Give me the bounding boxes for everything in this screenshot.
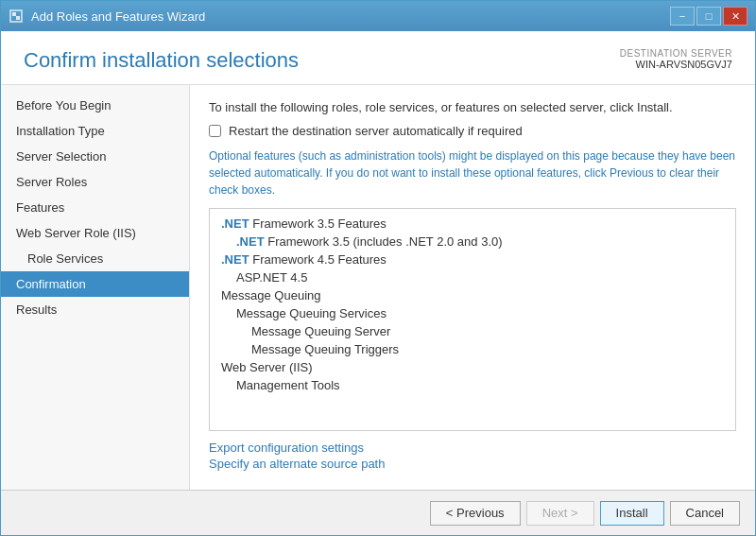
content-area: Confirm installation selections DESTINAT… bbox=[1, 31, 755, 490]
sidebar-item-before-you-begin[interactable]: Before You Begin bbox=[1, 93, 189, 118]
sidebar-item-server-selection[interactable]: Server Selection bbox=[1, 144, 189, 169]
right-panel: To install the following roles, role ser… bbox=[190, 85, 755, 490]
main-body: Before You BeginInstallation TypeServer … bbox=[1, 85, 755, 490]
export-config-link[interactable]: Export configuration settings bbox=[209, 441, 736, 455]
restore-button[interactable]: □ bbox=[696, 7, 721, 26]
svg-rect-1 bbox=[12, 12, 16, 16]
restart-checkbox[interactable] bbox=[209, 125, 221, 137]
instruction-text: To install the following roles, role ser… bbox=[209, 100, 736, 114]
feature-item: .NET Framework 3.5 Features bbox=[217, 215, 728, 233]
feature-item: Management Tools bbox=[217, 376, 728, 394]
window-title: Add Roles and Features Wizard bbox=[31, 9, 205, 24]
feature-item: Message Queuing Triggers bbox=[217, 340, 728, 358]
sidebar-item-web-server-role[interactable]: Web Server Role (IIS) bbox=[1, 220, 189, 246]
restart-checkbox-row: Restart the destination server automatic… bbox=[209, 124, 736, 138]
sidebar-item-results[interactable]: Results bbox=[1, 297, 189, 322]
app-icon bbox=[9, 9, 23, 23]
wizard-icon bbox=[9, 9, 24, 24]
title-bar: Add Roles and Features Wizard − □ ✕ bbox=[1, 1, 755, 31]
sidebar-item-installation-type[interactable]: Installation Type bbox=[1, 118, 189, 144]
footer: < Previous Next > Install Cancel bbox=[1, 490, 755, 535]
close-button[interactable]: ✕ bbox=[723, 7, 747, 26]
title-bar-buttons: − □ ✕ bbox=[670, 7, 747, 26]
minimize-button[interactable]: − bbox=[670, 7, 695, 26]
sidebar-item-server-roles[interactable]: Server Roles bbox=[1, 169, 189, 195]
page-title: Confirm installation selections bbox=[24, 48, 299, 73]
install-button[interactable]: Install bbox=[600, 501, 664, 526]
sidebar: Before You BeginInstallation TypeServer … bbox=[1, 85, 190, 490]
main-window: Add Roles and Features Wizard − □ ✕ Conf… bbox=[0, 0, 756, 536]
sidebar-item-role-services[interactable]: Role Services bbox=[1, 246, 189, 271]
cancel-button[interactable]: Cancel bbox=[670, 501, 740, 526]
optional-text: Optional features (such as administratio… bbox=[209, 147, 736, 199]
feature-item: Message Queuing Services bbox=[217, 304, 728, 322]
feature-item: .NET Framework 4.5 Features bbox=[217, 251, 728, 268]
sidebar-item-features[interactable]: Features bbox=[1, 195, 189, 220]
header-section: Confirm installation selections DESTINAT… bbox=[1, 31, 755, 85]
feature-item: Web Server (IIS) bbox=[217, 358, 728, 376]
features-box: .NET Framework 3.5 Features.NET Framewor… bbox=[209, 208, 736, 431]
previous-button[interactable]: < Previous bbox=[430, 501, 521, 526]
title-bar-left: Add Roles and Features Wizard bbox=[9, 9, 205, 24]
next-button[interactable]: Next > bbox=[526, 501, 594, 526]
server-name: WIN-ARVSN05GVJ7 bbox=[620, 59, 732, 70]
links-section: Export configuration settingsSpecify an … bbox=[209, 441, 736, 471]
svg-rect-2 bbox=[16, 16, 20, 20]
feature-item: Message Queuing Server bbox=[217, 322, 728, 340]
feature-item: Message Queuing bbox=[217, 286, 728, 304]
feature-item: .NET Framework 3.5 (includes .NET 2.0 an… bbox=[217, 233, 728, 251]
destination-label: DESTINATION SERVER bbox=[620, 48, 732, 59]
restart-checkbox-label: Restart the destination server automatic… bbox=[229, 124, 523, 138]
feature-item: ASP.NET 4.5 bbox=[217, 268, 728, 286]
sidebar-item-confirmation[interactable]: Confirmation bbox=[1, 271, 189, 297]
alternate-source-link[interactable]: Specify an alternate source path bbox=[209, 457, 736, 471]
destination-server-info: DESTINATION SERVER WIN-ARVSN05GVJ7 bbox=[620, 48, 732, 70]
